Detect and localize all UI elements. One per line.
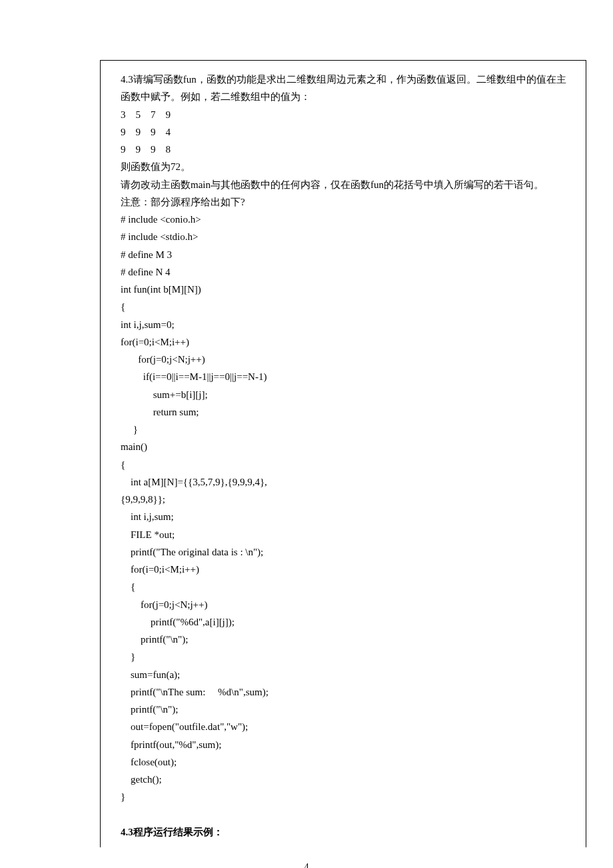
result-note: 则函数值为72。: [121, 158, 572, 175]
code-line: sum+=b[i][j];: [121, 386, 572, 403]
code-line: return sum;: [121, 403, 572, 421]
code-line: int i,j,sum;: [121, 508, 572, 525]
code-line: for(i=0;i<M;i++): [121, 561, 572, 578]
page-number: 4: [0, 847, 613, 868]
code-line: int i,j,sum=0;: [121, 316, 572, 333]
matrix-row-2: 9 9 9 4: [121, 123, 572, 141]
footer-heading: 4.3程序运行结果示例：: [121, 823, 572, 841]
code-line: out=fopen("outfile.dat","w");: [121, 718, 572, 735]
spacer: [121, 806, 572, 823]
code-line: int fun(int b[M][N]): [121, 281, 572, 298]
code-line: printf("%6d",a[i][j]);: [121, 613, 572, 631]
matrix-row-3: 9 9 9 8: [121, 141, 572, 158]
code-line: # include <conio.h>: [121, 211, 572, 228]
matrix-row-1: 3 5 7 9: [121, 106, 572, 123]
code-line: if(i==0||i==M-1||j==0||j==N-1): [121, 368, 572, 385]
code-line: printf("The original data is : \n");: [121, 543, 572, 561]
code-line: # include <stdio.h>: [121, 228, 572, 245]
code-line: {9,9,9,8}};: [121, 491, 572, 508]
code-line: printf("\n");: [121, 631, 572, 648]
code-line: fprintf(out,"%d",sum);: [121, 736, 572, 753]
code-line: for(j=0;j<N;j++): [121, 596, 572, 613]
code-line: for(j=0;j<N;j++): [121, 351, 572, 368]
problem-description: 4.3请编写函数fun，函数的功能是求出二维数组周边元素之和，作为函数值返回。二…: [121, 71, 572, 106]
code-line: # define M 3: [121, 246, 572, 263]
note-label: 注意：部分源程序给出如下?: [121, 193, 572, 211]
code-line: fclose(out);: [121, 753, 572, 771]
code-line: # define N 4: [121, 263, 572, 281]
code-line: int a[M][N]={{3,5,7,9},{9,9,9,4},: [121, 473, 572, 491]
code-line: {: [121, 578, 572, 595]
code-line: getch();: [121, 771, 572, 788]
code-line: }: [121, 648, 572, 665]
code-line: printf("\n");: [121, 701, 572, 718]
code-line: for(i=0;i<M;i++): [121, 333, 572, 351]
code-line: }: [121, 788, 572, 805]
code-line: main(): [121, 438, 572, 455]
code-line: }: [121, 421, 572, 438]
content-frame: 4.3请编写函数fun，函数的功能是求出二维数组周边元素之和，作为函数值返回。二…: [100, 60, 586, 847]
code-line: {: [121, 298, 572, 315]
code-line: {: [121, 456, 572, 473]
code-line: printf("\nThe sum: %d\n",sum);: [121, 683, 572, 701]
page: 4.3请编写函数fun，函数的功能是求出二维数组周边元素之和，作为函数值返回。二…: [0, 0, 613, 868]
code-line: sum=fun(a);: [121, 666, 572, 683]
instruction: 请勿改动主函数main与其他函数中的任何内容，仅在函数fun的花括号中填入所编写…: [121, 176, 572, 193]
code-line: FILE *out;: [121, 526, 572, 543]
